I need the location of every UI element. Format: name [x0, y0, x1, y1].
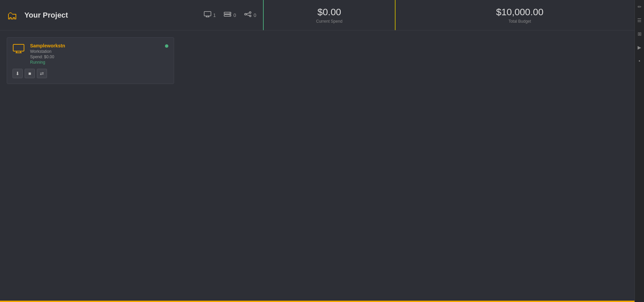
project-title: Your Project	[24, 11, 198, 20]
status-dot	[165, 44, 168, 48]
workstation-badge: 1	[204, 11, 216, 19]
budget-section: $10,000.00 Total Budget	[396, 0, 644, 30]
svg-point-10	[249, 15, 251, 17]
top-bar: 🗂 Your Project 1	[0, 0, 644, 30]
workstation-spend: Spend: $0.00	[30, 55, 160, 59]
monitor-icon	[204, 11, 211, 19]
card-actions: ⬇ ■ ⇄	[13, 69, 168, 78]
stop-icon: ■	[28, 71, 31, 76]
workstation-status: Running	[30, 60, 160, 65]
folder-icon: 🗂	[7, 10, 19, 20]
right-sidebar: ✏ ☰ ⊞ ▶ •	[635, 0, 644, 302]
storage-icon	[224, 11, 231, 19]
project-section: 🗂 Your Project 1	[0, 0, 264, 30]
reconnect-icon: ⇄	[40, 71, 44, 76]
list-icon[interactable]: ☰	[636, 16, 643, 24]
svg-rect-0	[204, 12, 211, 16]
share-badge: 0	[244, 11, 256, 19]
share-icon	[244, 11, 252, 19]
svg-line-12	[246, 15, 249, 16]
workstation-type: Workstation	[30, 49, 160, 54]
svg-point-9	[249, 12, 251, 14]
card-header: Sampleworkstn Workstation Spend: $0.00 R…	[13, 43, 168, 65]
workstation-card: Sampleworkstn Workstation Spend: $0.00 R…	[7, 37, 174, 84]
total-budget-label: Total Budget	[508, 19, 531, 24]
svg-rect-13	[13, 44, 24, 51]
share-count: 0	[254, 13, 256, 18]
edit-icon[interactable]: ✏	[636, 3, 643, 11]
bottom-bar	[0, 301, 635, 302]
current-spend-label: Current Spend	[316, 19, 342, 24]
map-icon[interactable]: ▶	[636, 43, 643, 51]
reconnect-button[interactable]: ⇄	[37, 69, 47, 78]
svg-point-6	[230, 13, 230, 14]
download-button[interactable]: ⬇	[13, 69, 23, 78]
total-budget-amount: $10,000.00	[496, 7, 543, 18]
download-icon: ⬇	[16, 71, 20, 76]
main-content: Sampleworkstn Workstation Spend: $0.00 R…	[0, 30, 644, 302]
svg-point-8	[245, 14, 246, 15]
card-info: Sampleworkstn Workstation Spend: $0.00 R…	[30, 43, 160, 65]
svg-line-11	[246, 13, 249, 14]
spend-section: $0.00 Current Spend	[264, 0, 396, 30]
svg-point-7	[230, 15, 230, 16]
storage-count: 0	[233, 13, 236, 18]
workstation-count: 1	[213, 13, 216, 18]
workstation-card-icon	[13, 44, 25, 56]
current-spend-amount: $0.00	[317, 7, 341, 18]
stop-button[interactable]: ■	[25, 69, 35, 78]
dot-icon: •	[637, 57, 642, 65]
storage-badge: 0	[224, 11, 236, 19]
workstation-name: Sampleworkstn	[30, 43, 160, 48]
resource-badges: 1 0	[204, 11, 256, 19]
grid-icon[interactable]: ⊞	[636, 30, 643, 38]
